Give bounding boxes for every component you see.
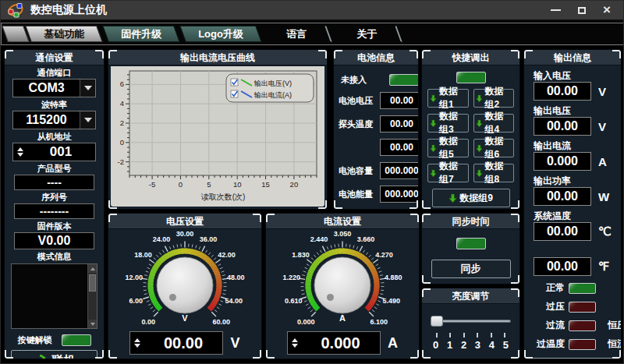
chart-title: 输出电流电压曲线 bbox=[108, 50, 327, 65]
comm-port-label: 通信端口 bbox=[5, 67, 104, 78]
window-title: 数控电源上位机 bbox=[30, 3, 107, 17]
scroll-down-arrow[interactable] bbox=[88, 320, 97, 328]
recall-button-label: 数据组3 bbox=[439, 110, 466, 136]
close-output-button[interactable]: 关闭 bbox=[530, 358, 615, 359]
spin-down-icon[interactable] bbox=[292, 344, 298, 348]
status-led-row: 正常 bbox=[527, 281, 619, 295]
current-knob[interactable] bbox=[314, 257, 370, 313]
brightness-tick-label: 2 bbox=[461, 339, 466, 351]
baud-rate-select[interactable]: 115200 bbox=[12, 111, 96, 129]
status-led-row: 过流恒压 bbox=[527, 319, 619, 332]
output-row-input-voltage: 00.00V bbox=[534, 82, 615, 101]
minimize-button[interactable] bbox=[551, 9, 561, 11]
battery-row-probe-temp-celsius: 探头温度00.00℃ bbox=[339, 115, 416, 133]
output-voltage-unit: V bbox=[598, 120, 606, 133]
comm-port-select[interactable]: COM3 bbox=[12, 79, 96, 97]
voltage-gauge-wrap: 0.006.0012.0018.0024.0030.0036.0042.0048… bbox=[108, 231, 261, 330]
spinner-buttons[interactable] bbox=[130, 332, 144, 354]
recall-button-label: 数据组9 bbox=[459, 192, 493, 205]
spin-down-icon[interactable] bbox=[134, 344, 140, 348]
spinner-buttons[interactable] bbox=[13, 143, 27, 161]
brightness-slider[interactable] bbox=[431, 316, 511, 327]
current-scale-label: 0.610 bbox=[285, 297, 303, 305]
maximize-button[interactable] bbox=[578, 7, 586, 14]
current-scale-label: 3.660 bbox=[357, 235, 375, 243]
battery-capacity-value: 000.000 bbox=[380, 162, 419, 179]
system-temp-celsius-unit: ℃ bbox=[598, 224, 612, 239]
x-tick-label: -5 bbox=[149, 180, 155, 189]
current-unit-label: A bbox=[388, 335, 398, 352]
spin-down-icon[interactable] bbox=[17, 153, 23, 157]
brightness-ticks bbox=[436, 333, 505, 337]
voltage-knob[interactable] bbox=[157, 257, 213, 313]
spin-up-icon[interactable] bbox=[134, 338, 140, 342]
battery-row-battery-capacity: 电池容量000.000Ah bbox=[339, 162, 416, 179]
tab-language[interactable]: 语言 bbox=[261, 26, 332, 42]
system-temp-fahrenheit-label bbox=[534, 245, 621, 256]
brightness-tick-label: 0 bbox=[433, 339, 438, 351]
sync-button[interactable]: 同步 bbox=[431, 260, 511, 278]
voltage-scale-label: 42.00 bbox=[218, 251, 236, 259]
over-current-label: 过流 bbox=[527, 319, 565, 332]
connect-button[interactable]: 联机 bbox=[11, 350, 98, 359]
comm-port-dropdown-arrow[interactable] bbox=[80, 80, 95, 97]
close-window-button[interactable]: × bbox=[603, 5, 611, 16]
output-curve-chart-body: -505101520-20246读取次数(次)输出电压(V)输出电流(A) bbox=[111, 66, 324, 207]
brightness-panel: 亮度调节 012345 bbox=[421, 288, 520, 359]
recall-panel-title: 快捷调出 bbox=[422, 50, 519, 65]
brightness-tick bbox=[477, 333, 478, 337]
current-setpoint-spinner[interactable]: 0.000 bbox=[287, 331, 381, 355]
sync-panel-title: 同步时间 bbox=[422, 214, 519, 229]
scrollbar-thumb[interactable] bbox=[89, 274, 96, 292]
voltage-gauge[interactable]: 0.006.0012.0018.0024.0030.0036.0042.0048… bbox=[111, 231, 259, 330]
data-group-4-button[interactable]: 数据组4 bbox=[473, 114, 515, 133]
output-voltage-label: 输出电压 bbox=[534, 104, 621, 115]
spin-up-icon[interactable] bbox=[292, 338, 298, 342]
data-group-1-button[interactable]: 数据组1 bbox=[427, 89, 469, 108]
brightness-tick-label: 1 bbox=[447, 339, 452, 351]
spin-up-icon[interactable] bbox=[17, 147, 23, 151]
input-voltage-unit: V bbox=[598, 85, 606, 98]
brightness-tick bbox=[491, 333, 492, 337]
y-tick-label: 2 bbox=[120, 118, 124, 127]
comm-settings-panel: 通信设置 通信端口 COM3 波特率 115200 从机地址 001 产品型号 … bbox=[4, 49, 105, 359]
recall-button-label: 数据组1 bbox=[439, 85, 466, 111]
data-group-8-button[interactable]: 数据组8 bbox=[473, 164, 515, 182]
mode-info-scrollbar[interactable] bbox=[87, 264, 97, 328]
normal-led bbox=[569, 283, 596, 294]
slider-handle[interactable] bbox=[431, 316, 443, 327]
tab-about[interactable]: 关于 bbox=[332, 26, 402, 42]
voltage-setpoint-spinner[interactable]: 00.00 bbox=[129, 331, 223, 355]
title-bar: 数控电源上位机 × bbox=[1, 1, 624, 21]
x-tick-label: 0 bbox=[179, 180, 183, 189]
slave-address-spinner[interactable]: 001 bbox=[12, 143, 96, 161]
data-group-9-button[interactable]: 数据组9 bbox=[432, 189, 510, 207]
brightness-tick bbox=[449, 333, 451, 337]
data-group-3-button[interactable]: 数据组3 bbox=[427, 114, 469, 133]
data-group-5-button[interactable]: 数据组5 bbox=[427, 139, 469, 157]
over-voltage-led bbox=[569, 302, 596, 313]
tab-firmware-upgrade[interactable]: 固件升级 bbox=[102, 26, 180, 42]
download-arrow-icon bbox=[430, 118, 437, 129]
data-group-6-button[interactable]: 数据组6 bbox=[473, 139, 515, 157]
tab-label: 关于 bbox=[356, 27, 377, 41]
scroll-up-arrow[interactable] bbox=[88, 264, 97, 273]
download-arrow-icon bbox=[448, 193, 457, 203]
voltage-scale-label: 6.00 bbox=[129, 297, 143, 305]
over-temperature-led bbox=[569, 339, 596, 350]
serial-number-label: 序列号 bbox=[5, 192, 104, 203]
x-tick-label: 15 bbox=[261, 180, 270, 189]
recall-button-label: 数据组2 bbox=[484, 85, 512, 111]
spinner-buttons[interactable] bbox=[288, 332, 301, 354]
chevron-down-icon bbox=[84, 118, 92, 122]
tab-basic-functions[interactable]: 基础功能 bbox=[25, 26, 103, 42]
download-arrow-icon bbox=[430, 168, 437, 178]
tab-logo-upgrade[interactable]: Logo升级 bbox=[179, 26, 261, 42]
baud-rate-value: 115200 bbox=[13, 111, 80, 129]
y-tick-label: 4 bbox=[120, 99, 124, 108]
data-group-7-button[interactable]: 数据组7 bbox=[427, 164, 469, 182]
baud-rate-dropdown-arrow[interactable] bbox=[80, 111, 95, 129]
data-group-2-button[interactable]: 数据组2 bbox=[473, 89, 515, 108]
current-gauge[interactable]: 0.0000.6101.2201.8302.4403.0503.6604.270… bbox=[268, 231, 417, 330]
constant-current-label: 恒流 bbox=[601, 337, 622, 351]
